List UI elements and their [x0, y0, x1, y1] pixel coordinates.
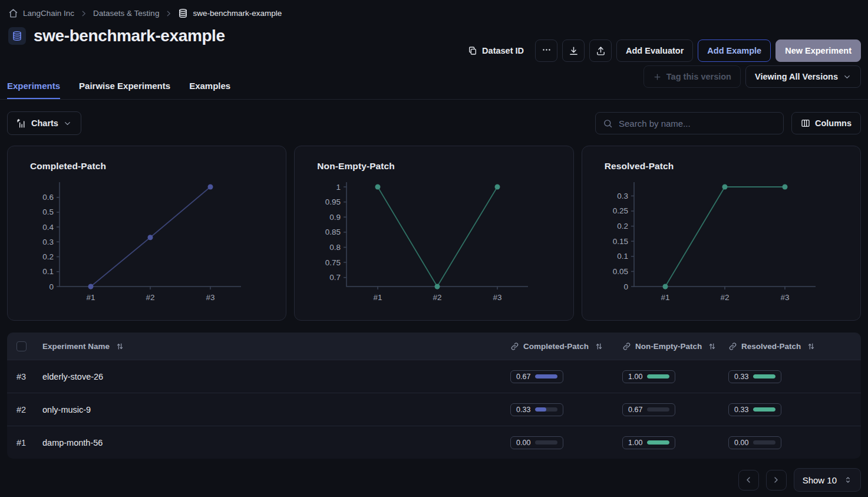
metric-pill[interactable]: 0.33 — [510, 403, 563, 416]
dataset-id-button[interactable]: Dataset ID — [461, 40, 530, 62]
pagination: Show 10 — [0, 468, 861, 492]
metric-bar-track — [535, 374, 557, 378]
svg-text:0.85: 0.85 — [325, 228, 341, 236]
metric-pill[interactable]: 1.00 — [622, 436, 675, 449]
metric-pill[interactable]: 1.00 — [622, 370, 675, 383]
select-all-checkbox[interactable] — [16, 341, 27, 351]
upload-button[interactable] — [589, 40, 612, 62]
metric-pill[interactable]: 0.00 — [510, 436, 563, 449]
sort-icon[interactable] — [708, 342, 717, 351]
add-example-button[interactable]: Add Example — [698, 40, 771, 62]
next-page-button[interactable] — [766, 470, 787, 491]
breadcrumb-current[interactable]: swe-benchmark-example — [178, 8, 282, 18]
metric-pill[interactable]: 0.67 — [622, 403, 675, 416]
sort-icon[interactable] — [115, 342, 124, 351]
svg-text:0.15: 0.15 — [612, 237, 628, 246]
chart-title: Non-Empty-Patch — [295, 146, 573, 172]
metric-pill[interactable]: 0.67 — [510, 370, 563, 383]
metric-bar-track — [753, 374, 775, 378]
experiment-name[interactable]: only-music-9 — [42, 405, 91, 414]
rank-cell: #3 — [7, 372, 33, 381]
metric-header[interactable]: Completed-Patch — [504, 342, 616, 351]
svg-text:1: 1 — [336, 183, 341, 192]
svg-text:0.3: 0.3 — [617, 192, 628, 200]
metric-value: 0.00 — [516, 439, 530, 447]
tag-version-button[interactable]: Tag this version — [643, 65, 741, 88]
toolbar: Charts Columns — [0, 100, 868, 135]
table-row[interactable]: #2only-music-90.330.670.33 — [7, 393, 861, 426]
svg-text:#2: #2 — [146, 293, 154, 302]
svg-text:0.25: 0.25 — [612, 206, 628, 215]
home-icon — [8, 8, 18, 18]
rank-cell: #1 — [7, 438, 33, 447]
download-button[interactable] — [562, 40, 585, 62]
tab-examples[interactable]: Examples — [189, 81, 230, 99]
metric-cell: 0.67 — [504, 370, 616, 383]
plus-icon — [653, 73, 662, 81]
tab-experiments[interactable]: Experiments — [7, 81, 60, 99]
link-icon — [728, 342, 737, 351]
metric-value: 1.00 — [628, 373, 642, 381]
svg-text:0.8: 0.8 — [330, 243, 341, 252]
table-row[interactable]: #1damp-month-560.001.000.00 — [7, 426, 861, 459]
svg-text:#1: #1 — [661, 293, 669, 302]
metric-cell: 1.00 — [616, 436, 722, 449]
svg-text:#3: #3 — [206, 293, 214, 302]
metric-pill[interactable]: 0.33 — [728, 370, 781, 383]
metric-cell: 0.00 — [504, 436, 616, 449]
search-input-wrap — [595, 112, 784, 134]
experiment-name-header[interactable]: Experiment Name — [33, 342, 504, 351]
search-input[interactable] — [619, 119, 776, 129]
table-row[interactable]: #3elderly-stove-260.671.000.33 — [7, 360, 861, 393]
metric-bar-track — [535, 407, 557, 412]
chart-card-resolved-patch: Resolved-Patch00.050.10.150.20.250.3#1#2… — [582, 146, 861, 321]
sort-icon[interactable] — [595, 342, 603, 351]
metric-value: 0.67 — [516, 373, 530, 381]
metric-header[interactable]: Non-Empty-Patch — [616, 342, 722, 351]
metric-bar-track — [753, 407, 775, 412]
metric-value: 0.00 — [734, 439, 748, 447]
columns-button[interactable]: Columns — [791, 112, 861, 134]
tab-pairwise-experiments[interactable]: Pairwise Experiments — [79, 81, 170, 99]
metric-pill[interactable]: 0.00 — [728, 436, 781, 449]
chart-card-completed-patch: Completed-Patch00.10.20.30.40.50.6#1#2#3 — [7, 146, 286, 321]
svg-text:0.9: 0.9 — [330, 213, 341, 222]
new-experiment-button[interactable]: New Experiment — [775, 40, 861, 62]
breadcrumb-current-label: swe-benchmark-example — [193, 9, 282, 18]
svg-text:#3: #3 — [493, 293, 502, 302]
breadcrumb-org[interactable]: LangChain Inc — [8, 8, 74, 18]
breadcrumb: LangChain Inc Datasets & Testing swe-ben… — [0, 0, 868, 18]
metric-value: 0.33 — [516, 406, 530, 414]
more-options-button[interactable] — [535, 40, 557, 62]
metric-bar-track — [647, 407, 669, 412]
metric-bar-track — [535, 440, 557, 445]
sort-icon[interactable] — [807, 342, 816, 351]
charts-dropdown-button[interactable]: Charts — [7, 111, 81, 135]
viewing-versions-button[interactable]: Viewing All Versions — [745, 65, 861, 88]
metric-value: 0.33 — [734, 406, 748, 414]
add-evaluator-button[interactable]: Add Evaluator — [616, 40, 693, 62]
metric-pill[interactable]: 0.33 — [728, 403, 781, 416]
metric-bar-track — [753, 440, 775, 445]
line-chart: 00.10.20.30.40.50.6#1#2#3 — [8, 180, 267, 306]
svg-text:0.5: 0.5 — [42, 208, 54, 216]
metric-cell: 0.33 — [722, 370, 861, 383]
experiment-rank: #2 — [16, 405, 26, 414]
breadcrumb-datasets[interactable]: Datasets & Testing — [93, 9, 159, 18]
svg-text:0.05: 0.05 — [612, 267, 628, 276]
experiment-name-header-label: Experiment Name — [42, 342, 110, 351]
metric-header[interactable]: Resolved-Patch — [722, 342, 861, 351]
chart-icon — [16, 119, 27, 129]
experiment-name[interactable]: damp-month-56 — [42, 438, 103, 447]
name-cell: elderly-stove-26 — [33, 372, 504, 381]
metric-bar-fill — [753, 374, 775, 378]
page-size-select[interactable]: Show 10 — [794, 468, 861, 492]
metric-bar-fill — [535, 407, 546, 412]
ellipsis-icon — [542, 45, 552, 57]
metric-value: 0.67 — [628, 406, 642, 414]
breadcrumb-org-label: LangChain Inc — [23, 9, 74, 18]
experiment-name[interactable]: elderly-stove-26 — [42, 372, 103, 381]
chart-title: Completed-Patch — [8, 146, 286, 172]
prev-page-button[interactable] — [738, 470, 759, 491]
metric-bar-fill — [647, 374, 669, 378]
